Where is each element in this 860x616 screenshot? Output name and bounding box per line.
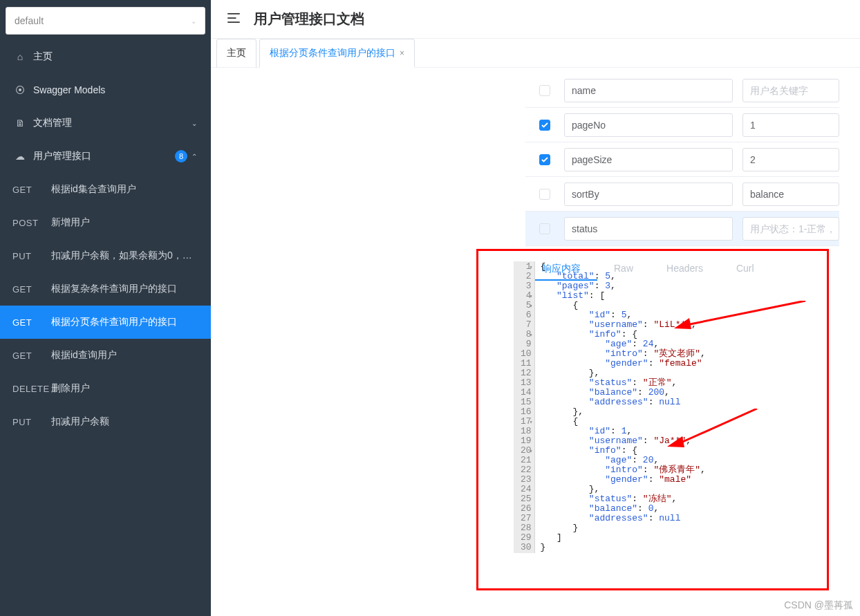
api-method: GET	[12, 185, 51, 195]
param-value-input[interactable]	[742, 113, 839, 137]
watermark: CSDN @墨苒孤	[784, 599, 853, 612]
tab-active-label: 根据分页条件查询用户的接口	[270, 47, 395, 59]
sidebar-select-value: default	[15, 15, 44, 26]
sidebar: default ⌄ ⌂ 主页 ⦿ Swagger Models 🗎 文档管理 ⌄…	[0, 0, 211, 616]
param-name-input[interactable]	[564, 183, 733, 206]
api-name: 扣减用户余额，如果余额为0，状态...	[51, 250, 198, 262]
api-item-3[interactable]: GET根据复杂条件查询用户的接口	[0, 272, 211, 306]
response-json: 1234567891011121314151617181920212223242…	[514, 261, 711, 553]
api-method: GET	[12, 351, 51, 361]
nav-home[interactable]: ⌂ 主页	[0, 40, 211, 73]
param-value-input[interactable]	[742, 79, 839, 102]
param-row-status	[525, 212, 839, 246]
api-icon: ☁	[14, 151, 26, 162]
chevron-down-icon: ⌄	[191, 120, 197, 127]
param-row-pageNo	[525, 108, 839, 142]
models-icon: ⦿	[14, 84, 26, 95]
menu-collapse-icon[interactable]	[227, 13, 240, 25]
nav-user-api[interactable]: ☁ 用户管理接口 8 ⌃	[0, 140, 211, 173]
param-checkbox[interactable]	[539, 189, 550, 200]
nav-home-label: 主页	[33, 50, 197, 63]
api-method: GET	[12, 284, 51, 295]
api-count-badge: 8	[175, 150, 187, 162]
sidebar-select[interactable]: default ⌄	[6, 7, 205, 35]
tab-main[interactable]: 主页	[216, 39, 256, 68]
param-value-input[interactable]	[742, 183, 839, 206]
api-name: 新增用户	[51, 216, 198, 229]
param-value-input[interactable]	[742, 217, 839, 241]
nav-doc-mgmt[interactable]: 🗎 文档管理 ⌄	[0, 106, 211, 140]
api-item-5[interactable]: GET根据id查询用户	[0, 339, 211, 372]
api-name: 根据id查询用户	[51, 349, 198, 362]
param-value-input[interactable]	[742, 148, 839, 171]
chevron-down-icon: ⌄	[191, 17, 196, 25]
param-row-sortBy	[525, 177, 839, 212]
nav-swagger-label: Swagger Models	[33, 84, 197, 95]
api-method: PUT	[12, 417, 51, 427]
api-item-7[interactable]: PUT扣减用户余额	[0, 405, 211, 438]
nav-swagger-models[interactable]: ⦿ Swagger Models	[0, 73, 211, 106]
api-name: 根据复杂条件查询用户的接口	[51, 283, 198, 295]
close-icon[interactable]: ×	[400, 48, 404, 58]
param-checkbox[interactable]	[539, 154, 550, 165]
api-name: 扣减用户余额	[51, 416, 198, 428]
param-name-input[interactable]	[564, 79, 733, 102]
api-name: 根据id集合查询用户	[51, 183, 198, 196]
topbar: 用户管理接口文档	[211, 0, 860, 39]
home-icon: ⌂	[14, 51, 26, 62]
tab-query-page[interactable]: 根据分页条件查询用户的接口 ×	[259, 39, 415, 68]
param-row-pageSize	[525, 142, 839, 177]
param-checkbox[interactable]	[539, 120, 550, 131]
api-method: POST	[12, 218, 51, 228]
nav-doc-label: 文档管理	[33, 117, 191, 129]
param-checkbox[interactable]	[539, 223, 550, 234]
document-icon: 🗎	[14, 118, 26, 129]
param-name-input[interactable]	[564, 148, 733, 171]
tab-main-label: 主页	[227, 47, 246, 59]
main-panel: 用户管理接口文档 主页 根据分页条件查询用户的接口 ×	[211, 0, 860, 616]
api-item-0[interactable]: GET根据id集合查询用户	[0, 173, 211, 206]
api-method: DELETE	[12, 384, 51, 394]
api-item-1[interactable]: POST新增用户	[0, 206, 211, 239]
param-checkbox[interactable]	[539, 85, 550, 96]
param-name-input[interactable]	[564, 217, 733, 241]
api-name: 删除用户	[51, 382, 198, 395]
param-name-input[interactable]	[564, 113, 733, 137]
api-method: PUT	[12, 251, 51, 261]
api-method: GET	[12, 317, 51, 328]
tabs: 主页 根据分页条件查询用户的接口 ×	[211, 39, 860, 68]
params-table	[525, 73, 839, 246]
chevron-up-icon: ⌃	[191, 153, 197, 160]
api-name: 根据分页条件查询用户的接口	[51, 316, 198, 328]
page-title: 用户管理接口文档	[254, 10, 364, 28]
nav-user-api-label: 用户管理接口	[33, 150, 175, 162]
param-row-name	[525, 73, 839, 108]
api-item-2[interactable]: PUT扣减用户余额，如果余额为0，状态...	[0, 239, 211, 272]
api-item-6[interactable]: DELETE删除用户	[0, 372, 211, 405]
api-item-4[interactable]: GET根据分页条件查询用户的接口	[0, 306, 211, 339]
